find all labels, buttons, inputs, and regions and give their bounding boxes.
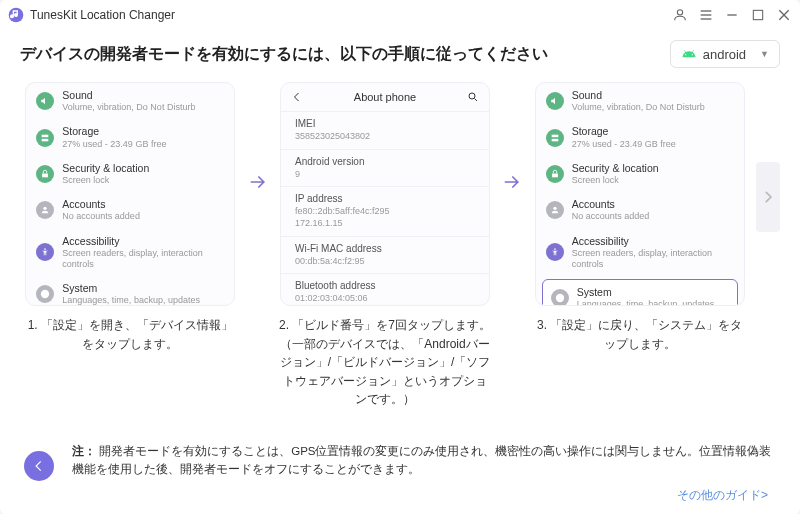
svg-rect-6 [753,10,762,19]
platform-label: android [703,47,746,62]
svg-point-14 [41,290,49,298]
settings-preview-3: SoundVolume, vibration, Do Not Disturb S… [535,82,745,306]
close-icon[interactable] [776,7,792,23]
back-arrow-icon[interactable] [291,91,303,103]
note-label: 注： [72,445,96,457]
chevron-down-icon: ▼ [760,49,769,59]
accounts-icon [40,205,50,215]
svg-point-16 [469,93,475,99]
step-1: SoundVolume, vibration, Do Not Disturb S… [20,82,241,353]
system-item[interactable]: SystemLanguages, time, backup, updates [542,279,738,306]
app-title-text: TunesKit Location Changer [30,8,175,22]
lock-icon [40,169,50,179]
svg-rect-20 [552,174,558,178]
arrow-right-icon [502,172,522,192]
step-2-caption: 2. 「ビルド番号」を7回タップします。（一部のデバイスでは、「Androidバ… [275,316,496,409]
step-3-caption: 3. 「設定」に戻り、「システム」をタップします。 [529,316,750,353]
search-icon[interactable] [467,91,479,103]
minimize-icon[interactable] [724,7,740,23]
menu-icon[interactable] [698,7,714,23]
footer-note: 注： 開発者モードを有効にすることは、GPS位置情報の変更にのみ使用され、機密性… [20,433,780,487]
svg-point-23 [556,294,564,302]
sound-icon [40,96,50,106]
svg-point-13 [44,249,46,251]
about-phone-preview: About phone IMEI358523025043802 Android … [280,82,490,306]
settings-preview-1: SoundVolume, vibration, Do Not Disturb S… [25,82,235,306]
storage-icon [550,133,560,143]
info-icon [40,289,50,299]
svg-rect-11 [42,174,48,178]
back-button[interactable] [24,451,54,481]
arrow-right-icon [248,172,268,192]
accounts-icon [550,205,560,215]
android-icon [681,46,697,62]
svg-rect-18 [551,134,558,137]
app-window: TunesKit Location Changer デバイスの開発者モードを有効… [0,0,800,514]
step-3: SoundVolume, vibration, Do Not Disturb S… [529,82,750,353]
svg-rect-10 [42,138,49,141]
svg-point-1 [677,10,682,15]
page-heading: デバイスの開発者モードを有効にするには、以下の手順に従ってください [20,44,548,65]
platform-selector[interactable]: android ▼ [670,40,780,68]
svg-rect-19 [551,138,558,141]
sound-icon [550,96,560,106]
account-icon[interactable] [672,7,688,23]
app-title: TunesKit Location Changer [8,7,175,23]
accessibility-icon [40,247,50,257]
accessibility-icon [550,247,560,257]
svg-point-21 [553,207,556,210]
more-guides-link[interactable]: その他のガイド> [20,487,780,514]
lock-icon [550,169,560,179]
svg-point-22 [554,249,556,251]
arrow-1 [247,82,269,192]
step-2: About phone IMEI358523025043802 Android … [275,82,496,409]
titlebar: TunesKit Location Changer [0,0,800,30]
about-phone-title: About phone [354,91,416,103]
arrow-2 [501,82,523,192]
storage-icon [40,133,50,143]
next-page-arrow[interactable] [756,82,780,232]
note-text: 開発者モードを有効にすることは、GPS位置情報の変更にのみ使用され、機密性の高い… [72,445,772,475]
app-logo-icon [8,7,24,23]
step-1-caption: 1. 「設定」を開き、「デバイス情報」をタップします。 [20,316,241,353]
svg-rect-9 [42,134,49,137]
maximize-icon[interactable] [750,7,766,23]
info-icon [555,293,565,303]
svg-line-17 [474,99,477,102]
svg-point-12 [44,207,47,210]
chevron-right-icon [761,190,775,204]
